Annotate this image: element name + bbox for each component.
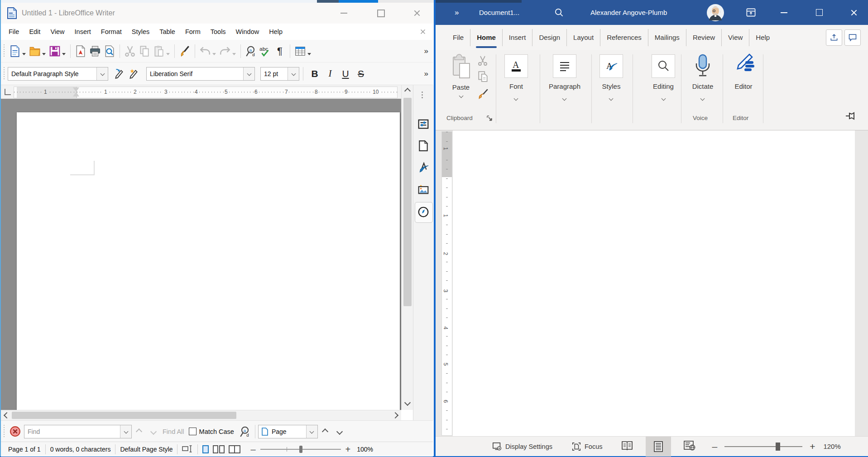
sidebar-handle[interactable] [422,91,423,98]
scroll-up-button[interactable] [402,86,413,96]
sidebar-gallery-icon[interactable] [417,183,430,196]
clone-formatting-button[interactable] [177,43,192,59]
single-page-view-icon[interactable] [202,445,209,453]
comments-button[interactable] [844,29,861,46]
find-search-combobox[interactable]: Find [24,425,132,438]
quick-access-overflow-button[interactable]: » [455,0,459,25]
previous-element-button[interactable] [318,424,332,439]
table-dropdown-arrow[interactable] [307,53,311,55]
toolbar-overflow-button[interactable]: » [424,69,428,78]
avatar[interactable] [706,0,724,25]
formatting-marks-button[interactable]: ¶ [273,43,287,59]
tab-design[interactable]: Design [532,29,566,46]
web-layout-button[interactable] [684,441,695,452]
menu-styles[interactable]: Styles [127,28,155,35]
vertical-ruler[interactable]: 1 1 2 3 4 5 6 [441,131,452,436]
zoom-level[interactable]: 100% [357,446,373,453]
tab-stop-selector-icon[interactable] [5,89,11,95]
minimize-button[interactable] [331,3,357,24]
menu-form[interactable]: Form [180,28,206,35]
toolbar-grip[interactable] [3,67,5,81]
menu-table[interactable]: Table [154,28,180,35]
print-layout-button[interactable] [646,437,671,457]
find-replace-button[interactable]: ad [244,43,258,59]
minimize-button[interactable] [771,0,797,25]
close-document-icon[interactable] [420,29,426,35]
paste-dropdown-arrow[interactable] [166,53,170,55]
pin-ribbon-button[interactable] [845,111,857,122]
menu-help[interactable]: Help [264,28,288,35]
menu-view[interactable]: View [45,28,69,35]
font-size-combobox[interactable]: 12 pt [260,67,299,81]
zoom-slider-thumb[interactable] [776,443,780,451]
vertical-scrollbar[interactable] [401,85,413,410]
word-count[interactable]: 0 words, 0 characters [50,446,111,453]
cut-button[interactable] [123,43,137,59]
insert-table-button[interactable] [293,43,307,59]
tab-review[interactable]: Review [686,29,721,46]
maximize-button[interactable] [806,0,832,25]
print-button[interactable] [88,43,102,59]
paragraph-style-dropdown[interactable] [96,67,108,80]
zoom-slider[interactable] [724,446,802,447]
zoom-slider[interactable] [260,449,341,450]
page-count[interactable]: Page 1 of 1 [8,446,41,453]
menu-insert[interactable]: Insert [70,28,96,35]
scroll-left-button[interactable] [2,410,12,420]
sidebar-page-icon[interactable] [417,140,430,152]
styles-group-button[interactable]: A [599,54,623,78]
toolbar-grip[interactable] [3,425,5,438]
navigate-by-dropdown[interactable] [306,425,317,438]
share-button[interactable] [826,29,842,46]
next-element-button[interactable] [332,424,347,439]
editing-group-button[interactable] [652,54,675,78]
tab-view[interactable]: View [721,29,749,46]
sidebar-styles-icon[interactable] [417,161,430,174]
save-dropdown-arrow[interactable] [62,53,66,55]
new-document-button[interactable] [8,43,22,59]
editor-button[interactable] [732,53,755,79]
italic-button[interactable]: I [322,68,338,79]
find-next-button[interactable] [146,424,161,439]
close-button[interactable]: #word .close-x::before{} [841,0,867,25]
page-style[interactable]: Default Page Style [120,446,173,453]
toolbar-overflow-button[interactable]: » [424,47,428,56]
navigate-by-combobox[interactable]: Page [258,425,318,438]
font-name-combobox[interactable]: Liberation Serif [146,67,255,81]
underline-button[interactable]: U [338,68,353,79]
menu-file[interactable]: File [4,28,24,35]
update-style-button[interactable] [112,66,126,82]
document-title[interactable]: Document1... [479,0,519,25]
new-style-button[interactable] [126,66,141,82]
font-group-button[interactable]: A [504,54,528,78]
sidebar-navigator-icon[interactable] [417,206,430,218]
save-button[interactable] [48,43,62,59]
redo-dropdown-arrow[interactable] [232,53,236,55]
close-find-bar-button[interactable] [8,424,22,439]
cut-button[interactable] [477,55,488,68]
document-area[interactable] [1,99,401,410]
tab-mailings[interactable]: Mailings [648,29,686,46]
document-page[interactable] [17,112,400,410]
font-name-dropdown[interactable] [243,67,254,80]
match-case-checkbox[interactable] [189,428,197,435]
first-line-indent-marker[interactable] [73,87,79,92]
find-search-dropdown[interactable] [120,425,131,438]
bold-button[interactable]: B [307,68,322,79]
ribbon-display-options-button[interactable] [746,0,756,25]
user-name[interactable]: Alexander Angove-Plumb [590,0,667,25]
paragraph-group-button[interactable] [553,54,576,78]
scroll-down-button[interactable] [402,398,413,408]
horizontal-ruler[interactable]: 1 1 2 3 4 5 6 7 8 9 10 [14,87,398,98]
export-pdf-button[interactable] [73,43,88,59]
find-all-button[interactable]: Find All [163,428,184,435]
vertical-scroll-thumb[interactable] [403,98,412,306]
tab-home[interactable]: Home [470,29,502,46]
clipboard-dialog-launcher[interactable] [486,115,493,123]
find-and-replace-button[interactable]: ad [238,424,252,439]
hanging-indent-marker[interactable] [73,92,79,96]
sidebar-properties-icon[interactable] [417,118,430,130]
match-case-label[interactable]: Match Case [199,428,234,435]
zoom-level[interactable]: 120% [823,443,840,450]
multi-page-view-icon[interactable] [213,445,225,453]
